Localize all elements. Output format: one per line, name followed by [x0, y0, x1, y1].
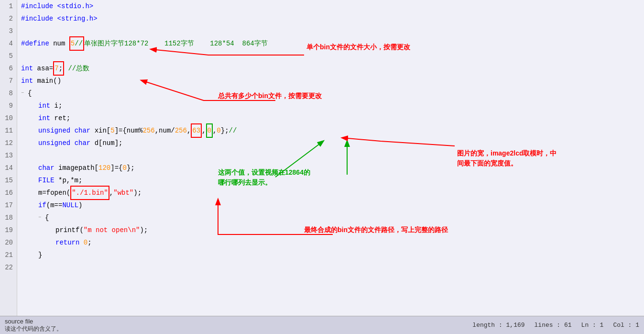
code-line-15: FILE *p,*m; — [21, 174, 640, 187]
fold-icon-18[interactable]: − — [38, 212, 44, 224]
line15-file: FILE — [38, 174, 55, 187]
line10-int: int — [38, 112, 50, 124]
line14-imagepath: imagepath[ — [55, 162, 98, 174]
line-num-19: 19 — [4, 224, 13, 236]
code-line-22 — [21, 261, 640, 274]
line-num-7: 7 — [4, 75, 13, 87]
line-num-17: 17 — [4, 199, 13, 212]
line9-i: i; — [50, 100, 62, 112]
line-num-21: 21 — [4, 249, 13, 261]
line-num-2: 2 — [4, 12, 13, 25]
line6-int: int — [21, 62, 33, 75]
line14-120: 120 — [98, 162, 110, 174]
code-line-3 — [21, 25, 640, 37]
code-line-8: − { — [21, 87, 640, 100]
chinese-label: 读这个代码的含义了。 — [5, 325, 62, 333]
length-label: length : 1,169 — [472, 322, 524, 329]
line6-val-box: 7; — [53, 61, 64, 76]
line-num-11: 11 — [4, 124, 13, 137]
line20-return: return — [55, 236, 79, 249]
line10-ret: ret; — [50, 112, 70, 124]
line16-path-box: "./1.bin" — [70, 186, 109, 200]
line12-space — [70, 137, 74, 149]
line16-close: ); — [133, 187, 142, 199]
line-num-1: 1 — [4, 0, 13, 12]
line6-space2 — [64, 62, 68, 75]
code-area[interactable]: #include <stdio.h> #include <string.h> #… — [17, 0, 644, 316]
code-line-2: #include <string.h> — [21, 12, 640, 25]
code-line-18: − { — [21, 212, 640, 224]
line-num-15: 15 — [4, 174, 13, 187]
code-line-4: #define num 5// 单张图片字节128*72 1152字节 128*… — [21, 37, 640, 50]
line14-char: char — [38, 162, 55, 174]
editor-area: 1 2 3 4 5 6 7 8 9 10 11 12 13 14 15 16 1… — [0, 0, 644, 316]
line-num-5: 5 — [4, 50, 13, 62]
code-line-21: } — [21, 249, 640, 261]
line16-m: m=fopen( — [38, 187, 70, 199]
line11-comment: // — [229, 124, 237, 137]
code-line-11: unsigned char xin[ 5 ]={num% 256 ,num/ 2… — [21, 124, 640, 137]
line14-0: 0 — [122, 162, 126, 174]
line7-int: int — [21, 75, 33, 87]
code-line-14: char imagepath[ 120 ]={ 0 }; — [21, 162, 640, 174]
line11-xin: xin[ — [90, 124, 110, 137]
line11-comma1: ,num/ — [155, 124, 175, 137]
line20-space — [79, 236, 83, 249]
code-line-12: unsigned char d[num]; — [21, 137, 640, 149]
line15-ptrs: *p,*m; — [55, 174, 83, 187]
code-line-20: return 0 ; — [21, 236, 640, 249]
line-num-22: 22 — [4, 261, 13, 274]
line14-close: }; — [127, 162, 135, 174]
line-num-12: 12 — [4, 137, 13, 149]
line11-space — [70, 124, 74, 137]
line11-comma2: , — [187, 124, 191, 137]
line17-close: ) — [78, 199, 82, 212]
line11-unsigned: unsigned — [38, 124, 70, 137]
line4-comment-slash: // — [75, 40, 83, 47]
line17-null: NULL — [62, 199, 78, 212]
code-line-13 — [21, 149, 640, 162]
line11-0a-box: 0 — [206, 123, 213, 138]
status-left: source file 读这个代码的含义了。 — [5, 318, 62, 333]
line19-close: ); — [140, 224, 148, 236]
line19-printf: printf( — [55, 224, 84, 236]
code-line-10: int ret; — [21, 112, 640, 124]
code-line-19: printf( "m not open\n" ); — [21, 224, 640, 236]
line-num-20: 20 — [4, 236, 13, 249]
code-line-6: int asa= 7; //总数 — [21, 62, 640, 75]
line7-main: main() — [33, 75, 61, 87]
line16-comma: , — [109, 187, 113, 199]
fold-icon-8[interactable]: − — [21, 87, 27, 100]
line-num-10: 10 — [4, 112, 13, 124]
line8-brace: { — [28, 87, 32, 100]
line4-define: #define — [21, 37, 53, 50]
line19-str: "m not open\n" — [84, 224, 140, 236]
line11-0b: 0 — [217, 124, 220, 137]
ln-label: Ln : 1 — [581, 322, 604, 329]
line-num-3: 3 — [4, 25, 13, 37]
line11-eq: ]={num% — [115, 124, 143, 137]
line11-close: }; — [221, 124, 229, 137]
line-num-8: 8 — [4, 87, 13, 100]
line12-d: d[num]; — [90, 137, 122, 149]
line-num-18: 18 — [4, 212, 13, 224]
col-label: Col : 1 — [613, 322, 639, 329]
status-bar: source file 读这个代码的含义了。 length : 1,169 li… — [0, 316, 644, 334]
line6-semi: ; — [59, 65, 63, 72]
line2-text: #include <string.h> — [21, 12, 98, 25]
lines-label: lines : 61 — [535, 322, 572, 329]
code-line-1: #include <stdio.h> — [21, 0, 640, 12]
line4-num-box: 5// — [69, 36, 84, 51]
line4-comment: 单张图片字节128*72 1152字节 128*54 864字节 — [84, 37, 268, 50]
line16-path: "./1.bin" — [72, 189, 108, 197]
line12-char: char — [75, 137, 91, 149]
line-num-14: 14 — [4, 162, 13, 174]
line-num-13: 13 — [4, 149, 13, 162]
line-num-4: 4 — [4, 37, 13, 50]
line20-semi: ; — [87, 236, 91, 249]
line-num-9: 9 — [4, 100, 13, 112]
line9-int: int — [38, 100, 50, 112]
line18-brace: { — [45, 212, 49, 224]
line4-5: 5 — [71, 40, 75, 47]
line21-brace: } — [38, 249, 42, 261]
